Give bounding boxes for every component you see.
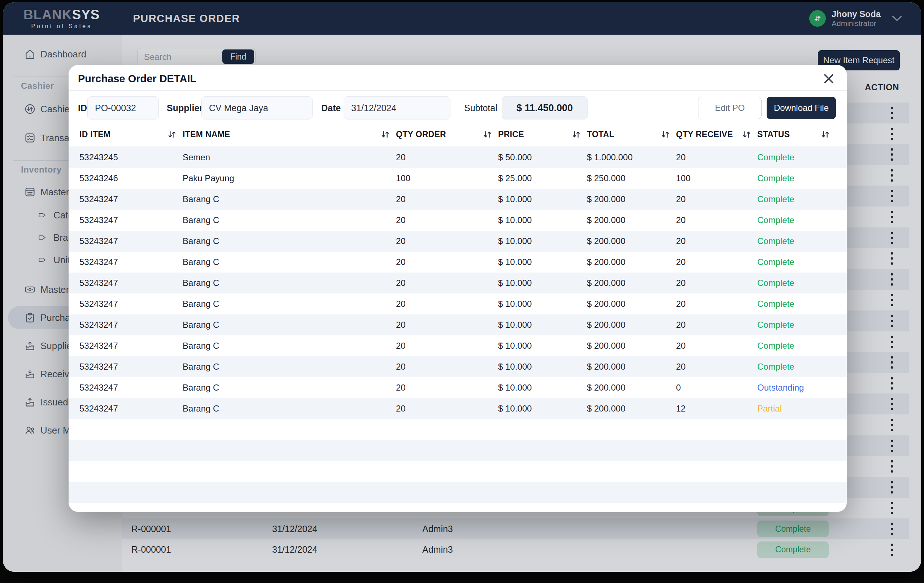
cell-item-name: Paku Payung bbox=[183, 173, 396, 183]
sort-icon[interactable] bbox=[660, 130, 670, 139]
cell-total: $ 200.000 bbox=[587, 257, 676, 267]
edit-po-button[interactable]: Edit PO bbox=[698, 97, 762, 119]
cell-total: $ 200.000 bbox=[587, 194, 676, 204]
cell-price: $ 10.000 bbox=[498, 320, 587, 330]
app-window: BLANKSYS Point of Sales PURCHASE ORDER J… bbox=[3, 2, 921, 572]
column-header-status[interactable]: STATUS bbox=[757, 126, 836, 142]
cell-qty-receive: 12 bbox=[676, 404, 757, 414]
date-field[interactable]: 31/12/2024 bbox=[343, 96, 450, 119]
id-field[interactable]: PO-00032 bbox=[87, 96, 159, 119]
cell-qty-receive: 100 bbox=[676, 173, 757, 183]
modal-divider bbox=[69, 90, 847, 91]
cell-price: $ 10.000 bbox=[498, 362, 587, 372]
cell-status: Complete bbox=[757, 362, 836, 372]
cell-id-item: 53243247 bbox=[79, 383, 183, 393]
cell-qty-receive: 20 bbox=[676, 278, 757, 288]
cell-item-name: Barang C bbox=[183, 341, 396, 351]
cell-status: Complete bbox=[757, 278, 836, 288]
cell-total: $ 200.000 bbox=[587, 236, 676, 246]
cell-total: $ 200.000 bbox=[587, 215, 676, 225]
cell-status: Complete bbox=[757, 257, 836, 267]
cell-price: $ 10.000 bbox=[498, 341, 587, 351]
column-header-item-name[interactable]: ITEM NAME bbox=[183, 126, 396, 142]
column-label: QTY ORDER bbox=[396, 130, 446, 139]
column-label: ITEM NAME bbox=[183, 130, 230, 139]
cell-qty-order: 20 bbox=[396, 383, 498, 393]
empty-row bbox=[69, 461, 847, 482]
column-header-total[interactable]: TOTAL bbox=[587, 126, 676, 142]
cell-qty-receive: 20 bbox=[676, 257, 757, 267]
cell-status: Complete bbox=[757, 320, 836, 330]
cell-total: $ 200.000 bbox=[587, 362, 676, 372]
supplier-field[interactable]: CV Mega Jaya bbox=[201, 96, 313, 119]
cell-status: Complete bbox=[757, 341, 836, 351]
column-label: TOTAL bbox=[587, 130, 614, 139]
sort-icon[interactable] bbox=[167, 130, 177, 139]
cell-id-item: 53243247 bbox=[79, 236, 183, 246]
po-item-row: 53243247Barang C20$ 10.000$ 200.00020Com… bbox=[69, 231, 847, 252]
cell-qty-order: 20 bbox=[396, 257, 498, 267]
cell-total: $ 200.000 bbox=[587, 278, 676, 288]
po-item-row: 53243247Barang C20$ 10.000$ 200.00020Com… bbox=[69, 314, 847, 335]
cell-item-name: Semen bbox=[183, 152, 396, 162]
cell-qty-receive: 20 bbox=[676, 236, 757, 246]
modal-fields: ID PO-00032 Supplier CV Mega Jaya Date 3… bbox=[69, 96, 847, 120]
cell-qty-receive: 0 bbox=[676, 383, 757, 393]
cell-qty-receive: 20 bbox=[676, 299, 757, 309]
cell-price: $ 10.000 bbox=[498, 404, 587, 414]
column-label: PRICE bbox=[498, 130, 524, 139]
cell-id-item: 53243247 bbox=[79, 215, 183, 225]
cell-qty-receive: 20 bbox=[676, 362, 757, 372]
cell-total: $ 200.000 bbox=[587, 320, 676, 330]
column-header-id-item[interactable]: ID ITEM bbox=[79, 126, 183, 142]
column-header-qty-order[interactable]: QTY ORDER bbox=[396, 126, 498, 142]
cell-status: Complete bbox=[757, 194, 836, 204]
sort-icon[interactable] bbox=[742, 130, 751, 139]
cell-item-name: Barang C bbox=[183, 362, 396, 372]
empty-row bbox=[69, 482, 847, 503]
modal-title: Purchase Order DETAIL bbox=[78, 73, 196, 85]
cell-qty-receive: 20 bbox=[676, 320, 757, 330]
cell-id-item: 53243246 bbox=[79, 173, 183, 183]
cell-price: $ 10.000 bbox=[498, 257, 587, 267]
download-file-button[interactable]: Download File bbox=[767, 97, 836, 119]
cell-status: Partial bbox=[757, 404, 836, 414]
cell-id-item: 53243247 bbox=[79, 404, 183, 414]
sort-icon[interactable] bbox=[380, 130, 390, 139]
cell-qty-order: 20 bbox=[396, 341, 498, 351]
column-header-price[interactable]: PRICE bbox=[498, 126, 587, 142]
cell-total: $ 250.000 bbox=[587, 173, 676, 183]
cell-id-item: 53243247 bbox=[79, 299, 183, 309]
cell-item-name: Barang C bbox=[183, 236, 396, 246]
cell-id-item: 53243247 bbox=[79, 362, 183, 372]
cell-qty-order: 20 bbox=[396, 404, 498, 414]
close-icon[interactable] bbox=[822, 71, 836, 86]
po-item-row: 53243246Paku Payung100$ 25.000$ 250.0001… bbox=[69, 168, 847, 189]
cell-id-item: 53243247 bbox=[79, 194, 183, 204]
cell-qty-order: 20 bbox=[396, 236, 498, 246]
purchase-order-detail-modal: Purchase Order DETAIL ID PO-00032 Suppli… bbox=[69, 65, 847, 512]
cell-id-item: 53243247 bbox=[79, 278, 183, 288]
cell-qty-order: 20 bbox=[396, 299, 498, 309]
po-item-row: 53243245Semen20$ 50.000$ 1.000.00020Comp… bbox=[69, 147, 847, 168]
cell-price: $ 10.000 bbox=[498, 194, 587, 204]
cell-id-item: 53243247 bbox=[79, 257, 183, 267]
cell-item-name: Barang C bbox=[183, 194, 396, 204]
sort-icon[interactable] bbox=[820, 130, 830, 139]
column-label: ID ITEM bbox=[79, 130, 111, 139]
cell-price: $ 10.000 bbox=[498, 299, 587, 309]
cell-status: Complete bbox=[757, 236, 836, 246]
sort-icon[interactable] bbox=[571, 130, 581, 139]
sort-icon[interactable] bbox=[483, 130, 492, 139]
cell-total: $ 200.000 bbox=[587, 383, 676, 393]
cell-qty-order: 20 bbox=[396, 152, 498, 162]
column-header-qty-receive[interactable]: QTY RECEIVE bbox=[676, 126, 757, 142]
cell-qty-receive: 20 bbox=[676, 152, 757, 162]
cell-id-item: 53243247 bbox=[79, 320, 183, 330]
cell-item-name: Barang C bbox=[183, 299, 396, 309]
cell-total: $ 200.000 bbox=[587, 404, 676, 414]
po-item-row: 53243247Barang C20$ 10.000$ 200.00012Par… bbox=[69, 398, 847, 419]
cell-total: $ 1.000.000 bbox=[587, 152, 676, 162]
cell-item-name: Barang C bbox=[183, 257, 396, 267]
cell-qty-receive: 20 bbox=[676, 215, 757, 225]
